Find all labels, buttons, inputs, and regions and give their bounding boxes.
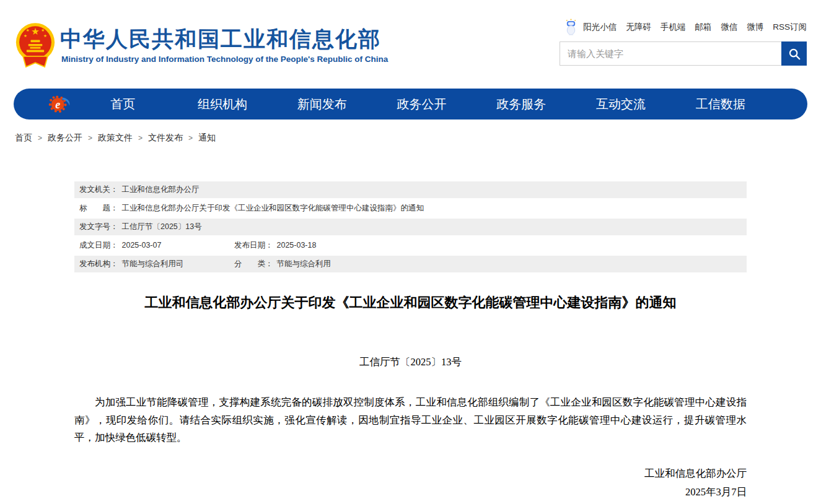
article-title: 工业和信息化部办公厅关于印发《工业企业和园区数字化能碳管理中心建设指南》的通知 — [74, 293, 747, 312]
quick-link-rss[interactable]: RSS订阅 — [773, 22, 807, 33]
meta-label: 发文字号： — [79, 222, 118, 231]
search-icon — [788, 47, 801, 61]
breadcrumb-notice[interactable]: 通知 — [198, 133, 216, 144]
meta-row-title: 标 题：工业和信息化部办公厅关于印发《工业企业和园区数字化能碳管理中心建设指南》… — [74, 200, 747, 217]
site-title: 中华人民共和国工业和信息化部 — [60, 25, 381, 54]
nav-item-home[interactable]: 首页 — [73, 96, 173, 113]
meta-value: 工业和信息化部办公厅 — [122, 185, 200, 194]
quick-links: 阳光小信 无障碍 手机端 邮箱 微信 微博 RSS订阅 — [564, 19, 807, 35]
signature-agency: 工业和信息化部办公厅 — [74, 464, 747, 483]
nav-items: 首页 组织机构 新闻发布 政务公开 政务服务 互动交流 工信数据 — [73, 96, 770, 113]
meta-label: 发文机关： — [79, 185, 118, 194]
meta-row-publisher-category: 发布机构：节能与综合利用司 分 类：节能与综合利用 — [74, 256, 747, 272]
svg-text:★: ★ — [41, 28, 45, 32]
breadcrumb-gov-disclosure[interactable]: 政务公开 — [48, 133, 82, 144]
meta-value: 工信厅节〔2025〕13号 — [122, 222, 202, 231]
nav-item-gov-disclosure[interactable]: 政务公开 — [372, 96, 472, 113]
breadcrumb-separator: > — [38, 134, 42, 142]
meta-label: 成文日期： — [79, 241, 118, 250]
signature-date: 2025年3月7日 — [74, 483, 747, 502]
article-content: 发文机关：工业和信息化部办公厅 标 题：工业和信息化部办公厅关于印发《工业企业和… — [74, 181, 747, 502]
nav-item-gov-services[interactable]: 政务服务 — [472, 96, 571, 113]
meta-label: 发布日期： — [234, 241, 273, 250]
nav-item-interaction[interactable]: 互动交流 — [571, 96, 671, 113]
breadcrumb-separator: > — [188, 134, 193, 142]
breadcrumb-home[interactable]: 首页 — [15, 133, 32, 144]
breadcrumb-policy-docs[interactable]: 政策文件 — [98, 133, 133, 144]
meta-row-issuing-agency: 发文机关：工业和信息化部办公厅 — [74, 181, 747, 198]
search-button[interactable] — [781, 41, 807, 66]
meta-label: 发布机构： — [79, 259, 118, 268]
nav-item-organization[interactable]: 组织机构 — [173, 96, 273, 113]
svg-text:★: ★ — [43, 33, 47, 38]
robot-mascot-icon — [564, 19, 577, 35]
search-bar — [560, 41, 807, 66]
quick-link-mobile[interactable]: 手机端 — [661, 22, 686, 33]
svg-text:★: ★ — [31, 26, 40, 37]
svg-text:★: ★ — [24, 33, 27, 38]
quick-link-sunshine[interactable]: 阳光小信 — [583, 22, 617, 33]
breadcrumb-separator: > — [138, 134, 143, 142]
breadcrumb: 首页 > 政务公开 > 政策文件 > 文件发布 > 通知 — [15, 133, 216, 144]
meta-row-doc-number: 发文字号：工信厅节〔2025〕13号 — [74, 219, 747, 235]
signature-block: 工业和信息化部办公厅 2025年3月7日 — [74, 464, 747, 502]
quick-link-wechat[interactable]: 微信 — [721, 22, 737, 33]
nav-item-data[interactable]: 工信数据 — [670, 96, 770, 113]
national-emblem-icon: ★ ★ ★ ★ ★ — [15, 19, 56, 72]
meta-label: 标 题： — [79, 204, 118, 212]
quick-link-weibo[interactable]: 微博 — [747, 22, 763, 33]
miit-gear-logo-icon: e — [46, 92, 73, 116]
svg-text:★: ★ — [26, 28, 30, 32]
article-body-paragraph: 为加强工业节能降碳管理，支撑构建系统完备的碳排放双控制度体系，工业和信息化部组织… — [74, 394, 747, 447]
meta-value: 2025-03-18 — [277, 241, 317, 250]
quick-link-mail[interactable]: 邮箱 — [695, 22, 711, 33]
nav-item-news[interactable]: 新闻发布 — [272, 96, 372, 113]
meta-label: 分 类： — [234, 259, 273, 268]
meta-value: 节能与综合利用司 — [122, 259, 184, 268]
breadcrumb-doc-release[interactable]: 文件发布 — [148, 133, 183, 144]
breadcrumb-separator: > — [88, 134, 92, 142]
quick-link-accessibility[interactable]: 无障碍 — [626, 22, 651, 33]
article-doc-number: 工信厅节〔2025〕13号 — [74, 355, 747, 369]
meta-value: 2025-03-07 — [122, 241, 162, 250]
meta-value: 工业和信息化部办公厅关于印发《工业企业和园区数字化能碳管理中心建设指南》的通知 — [122, 204, 424, 212]
site-subtitle: Ministry of Industry and Information Tec… — [61, 54, 388, 64]
search-input[interactable] — [560, 41, 781, 66]
meta-value: 节能与综合利用 — [277, 259, 331, 268]
main-nav: e 首页 组织机构 新闻发布 政务公开 政务服务 互动交流 工信数据 — [14, 89, 807, 119]
svg-text:e: e — [55, 98, 60, 111]
page: ★ ★ ★ ★ ★ 中华人民共和国工业和信息化部 Ministry of Ind… — [0, 0, 821, 504]
meta-row-dates: 成文日期：2025-03-07 发布日期：2025-03-18 — [74, 237, 747, 254]
